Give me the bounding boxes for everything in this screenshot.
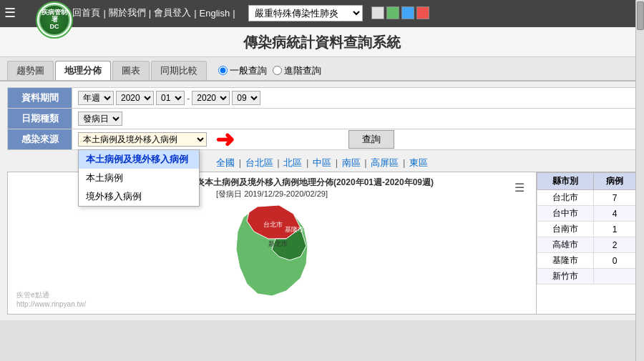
dropdown-item-0[interactable]: 本土病例及境外移入病例 bbox=[79, 150, 199, 169]
count-cell: 2 bbox=[594, 237, 636, 253]
infection-source-dropdown-menu: 本土病例及境外移入病例 本土病例 境外移入病例 bbox=[78, 149, 200, 207]
query-type-general-radio[interactable] bbox=[218, 66, 228, 75]
filter-row-source: 感染來源 本土病例及境外移入病例 本土病例 境外移入病例 ➜ 本土病例及境外移入… bbox=[8, 129, 637, 150]
region-east[interactable]: 東區 bbox=[409, 157, 428, 168]
table-row: 台北市7 bbox=[537, 190, 636, 206]
week1-select[interactable]: 010203 040506 070809 bbox=[156, 91, 185, 105]
query-type-advanced-label[interactable]: 進階查詢 bbox=[273, 64, 321, 77]
color-box-blue[interactable] bbox=[401, 6, 414, 19]
count-cell: 0 bbox=[594, 253, 636, 269]
year1-select[interactable]: 2020 2019 2018 bbox=[116, 91, 154, 105]
nav-links: | 回首頁 | 關於我們 | 會員登入 | English | bbox=[66, 6, 237, 19]
date-dash: - bbox=[187, 93, 190, 104]
svg-text:台北市: 台北市 bbox=[263, 221, 283, 228]
region-south[interactable]: 南區 bbox=[342, 157, 361, 168]
tab-trend[interactable]: 趨勢圖 bbox=[7, 61, 54, 80]
period-unit-select[interactable]: 年週 年月 年 bbox=[78, 91, 114, 105]
color-box-red[interactable] bbox=[416, 6, 429, 19]
table-row: 台中市4 bbox=[537, 206, 636, 222]
map-svg-area: 台北市 基隆市 新北市 bbox=[12, 199, 532, 300]
red-arrow-icon: ➜ bbox=[215, 128, 235, 151]
query-type-advanced-radio[interactable] bbox=[273, 66, 282, 75]
period-label: 資料期間 bbox=[8, 88, 72, 109]
tab-compare[interactable]: 同期比較 bbox=[151, 61, 207, 80]
year2-select[interactable]: 2020 2019 bbox=[192, 91, 230, 105]
region-all[interactable]: 全國 bbox=[216, 157, 235, 168]
count-cell: 4 bbox=[594, 206, 636, 222]
disease-dropdown-wrap: 嚴重特殊傳染性肺炎 流感 登革熱 bbox=[248, 5, 363, 21]
hamburger-icon[interactable]: ☰ bbox=[4, 5, 16, 21]
disease-select[interactable]: 嚴重特殊傳染性肺炎 流感 登革熱 bbox=[248, 5, 363, 21]
col-city-header: 縣市別 bbox=[537, 173, 594, 190]
tab-geo[interactable]: 地理分佈 bbox=[55, 61, 111, 80]
region-north[interactable]: 北區 bbox=[283, 157, 302, 168]
page-title: 傳染病統計資料查詢系統 bbox=[0, 27, 644, 57]
scrollbar[interactable] bbox=[635, 0, 644, 361]
nav-english[interactable]: English bbox=[200, 8, 230, 19]
svg-text:新北市: 新北市 bbox=[268, 240, 288, 247]
datetype-label: 日期種類 bbox=[8, 109, 72, 129]
filter-table: 資料期間 年週 年月 年 2020 2019 2018 010203 bbox=[7, 87, 637, 150]
map-hamburger-icon[interactable]: ☰ bbox=[514, 181, 525, 194]
period-value: 年週 年月 年 2020 2019 2018 010203 040506 070… bbox=[72, 88, 637, 109]
svg-text:基隆市: 基隆市 bbox=[285, 226, 304, 233]
tab-chart[interactable]: 圖表 bbox=[112, 61, 150, 80]
query-button[interactable]: 查詢 bbox=[348, 130, 394, 149]
table-row: 高雄市2 bbox=[537, 237, 636, 253]
city-cell: 基隆市 bbox=[537, 253, 594, 269]
table-row: 基隆市0 bbox=[537, 253, 636, 269]
date-type-select[interactable]: 發病日 確診日 通報日 bbox=[78, 112, 122, 126]
city-cell: 新竹市 bbox=[537, 269, 594, 285]
dropdown-item-1[interactable]: 本土病例 bbox=[79, 169, 199, 187]
tab-bar: 趨勢圖 地理分佈 圖表 同期比較 一般查詢 進階查詢 bbox=[0, 57, 644, 81]
data-table-wrap: 縣市別 病例 台北市7台中市4台南市1高雄市2基隆市0新竹市 bbox=[536, 172, 636, 314]
top-bar: ☰ 疾病管制署DC | 回首頁 | 關於我們 | 會員登入 | English … bbox=[0, 0, 644, 27]
filter-row-period: 資料期間 年週 年月 年 2020 2019 2018 010203 bbox=[8, 88, 637, 109]
taiwan-map-svg: 台北市 基隆市 新北市 bbox=[200, 199, 343, 300]
region-central[interactable]: 中區 bbox=[313, 157, 331, 168]
query-type-group: 一般查詢 進階查詢 bbox=[218, 64, 321, 77]
region-taipei[interactable]: 台北區 bbox=[245, 157, 273, 168]
nav-about[interactable]: 關於我們 bbox=[109, 6, 146, 19]
query-type-general-label[interactable]: 一般查詢 bbox=[218, 64, 267, 77]
scroll-thumb[interactable] bbox=[637, 1, 644, 30]
week2-select[interactable]: 091011 bbox=[232, 91, 260, 105]
data-table: 縣市別 病例 台北市7台中市4台南市1高雄市2基隆市0新竹市 bbox=[537, 172, 636, 285]
source-value: 本土病例及境外移入病例 本土病例 境外移入病例 ➜ 本土病例及境外移入病例 本土… bbox=[72, 129, 637, 150]
source-label: 感染來源 bbox=[8, 129, 72, 150]
table-row: 台南市1 bbox=[537, 222, 636, 237]
dropdown-item-2[interactable]: 境外移入病例 bbox=[79, 187, 199, 206]
logo: 疾病管制署DC bbox=[36, 1, 73, 39]
table-row: 新竹市 bbox=[537, 269, 636, 285]
filter-row-datetype: 日期種類 發病日 確診日 通報日 bbox=[8, 109, 637, 129]
city-cell: 台北市 bbox=[537, 190, 594, 206]
nav-home[interactable]: 回首頁 bbox=[72, 6, 100, 19]
main-content: 資料期間 年週 年月 年 2020 2019 2018 010203 bbox=[0, 81, 644, 320]
nav-login[interactable]: 會員登入 bbox=[154, 6, 191, 19]
color-box-gray[interactable] bbox=[371, 6, 384, 19]
color-boxes bbox=[371, 6, 429, 19]
count-cell bbox=[594, 269, 636, 285]
infection-source-select[interactable]: 本土病例及境外移入病例 本土病例 境外移入病例 bbox=[78, 132, 207, 147]
datetype-value: 發病日 確診日 通報日 bbox=[72, 109, 637, 129]
count-cell: 1 bbox=[594, 222, 636, 237]
color-box-green[interactable] bbox=[386, 6, 399, 19]
watermark: 疾管e點通 http://www.rinpyan.tw/ bbox=[16, 290, 86, 308]
city-cell: 台南市 bbox=[537, 222, 594, 237]
count-cell: 7 bbox=[594, 190, 636, 206]
col-count-header: 病例 bbox=[594, 173, 636, 190]
city-cell: 台中市 bbox=[537, 206, 594, 222]
region-kaoping[interactable]: 高屏區 bbox=[371, 157, 399, 168]
city-cell: 高雄市 bbox=[537, 237, 594, 253]
